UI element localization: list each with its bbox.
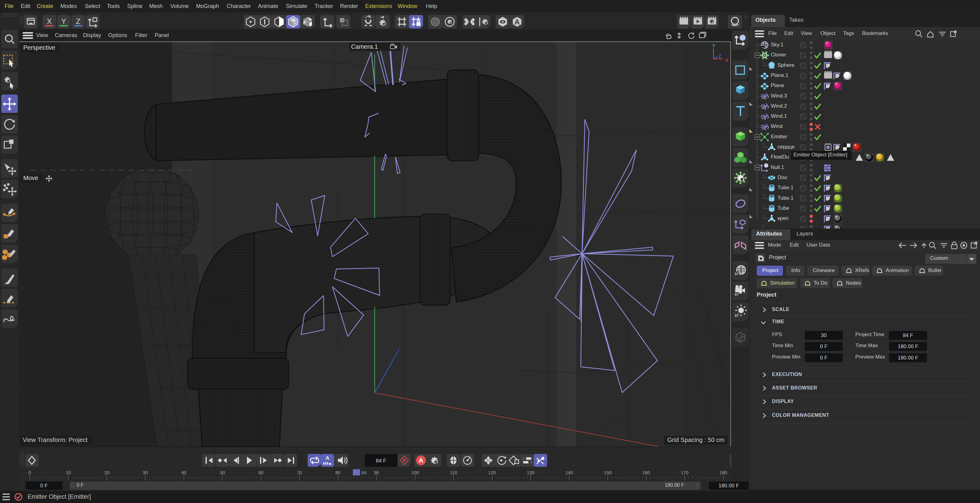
svg-text:A: A	[326, 455, 329, 461]
svg-text:120: 120	[488, 470, 496, 475]
svg-text:110: 110	[450, 470, 457, 475]
svg-text:40: 40	[181, 470, 186, 475]
svg-text:Z: Z	[718, 53, 721, 59]
svg-text:Y: Y	[712, 43, 715, 48]
svg-text:10: 10	[66, 470, 71, 475]
svg-text:70: 70	[297, 470, 302, 475]
svg-text:84: 84	[361, 470, 367, 475]
svg-text:130: 130	[527, 470, 534, 475]
svg-text:ST: ST	[735, 314, 739, 318]
svg-text:60: 60	[259, 470, 264, 475]
svg-text:140: 140	[565, 470, 573, 475]
svg-text:170: 170	[681, 470, 688, 475]
svg-text:84 F: 84 F	[376, 458, 386, 464]
svg-text:0: 0	[29, 470, 31, 475]
svg-text:ST: ST	[735, 292, 739, 296]
svg-text:X: X	[725, 57, 728, 63]
svg-text:A: A	[514, 18, 520, 26]
svg-text:A: A	[418, 457, 423, 464]
svg-text:180: 180	[719, 470, 727, 475]
svg-text:½: ½	[762, 46, 764, 49]
svg-text:Y: Y	[61, 17, 66, 26]
svg-text:90: 90	[374, 470, 379, 475]
svg-text:50: 50	[220, 470, 225, 475]
svg-text:20: 20	[105, 470, 110, 475]
svg-text:80: 80	[336, 470, 340, 475]
svg-text:30: 30	[143, 470, 148, 475]
svg-text:X: X	[47, 17, 52, 26]
svg-text:150: 150	[604, 470, 611, 475]
svg-text:160: 160	[642, 470, 650, 475]
svg-text:Z: Z	[76, 17, 81, 26]
svg-text:100: 100	[411, 470, 419, 475]
svg-text:ST: ST	[735, 272, 739, 276]
